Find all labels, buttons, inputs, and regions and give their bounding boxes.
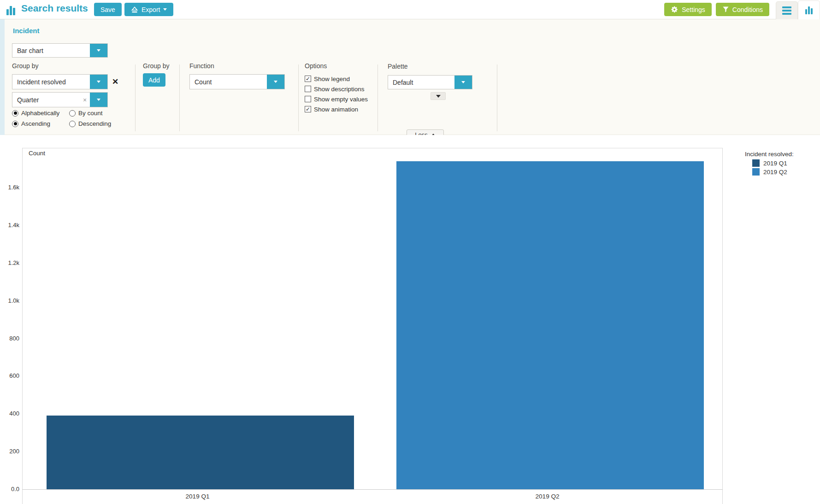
checkbox-show-animation[interactable]: ✓Show animation: [305, 104, 368, 114]
checkbox-label: Show empty values: [314, 96, 368, 103]
left-accent-strip: [0, 19, 5, 135]
chart-type-select[interactable]: Bar chart: [12, 43, 108, 58]
header-bar: Search results Save Export Settings: [0, 0, 820, 19]
radio-label: Descending: [78, 120, 111, 127]
remove-group-by-icon[interactable]: ✕: [112, 78, 118, 86]
hamburger-icon: [782, 6, 791, 15]
conditions-button[interactable]: Conditions: [716, 3, 769, 16]
function-label: Function: [189, 62, 214, 70]
chevron-down-icon: [436, 95, 441, 98]
chart-type-caret-button[interactable]: [90, 44, 107, 57]
checkbox-box[interactable]: [305, 86, 311, 92]
checkbox-show-descriptions[interactable]: Show descriptions: [305, 84, 368, 94]
group-by-field-caret-button[interactable]: [90, 75, 107, 89]
radio-label: Ascending: [21, 120, 50, 127]
report-config-panel: Incident Bar chart Group by Incident res…: [0, 19, 820, 135]
function-value: Count: [190, 78, 267, 86]
save-label: Save: [100, 6, 115, 13]
column-separator: [378, 64, 378, 131]
radio-dot[interactable]: [69, 121, 76, 127]
palette-value: Default: [388, 79, 454, 86]
chart-type-value: Bar chart: [12, 47, 90, 54]
save-button[interactable]: Save: [94, 3, 122, 16]
checkbox-show-empty-values[interactable]: Show empty values: [305, 94, 368, 104]
export-button[interactable]: Export: [124, 3, 173, 16]
legend-item-2019-q1[interactable]: 2019 Q1: [752, 159, 794, 167]
checkbox-label: Show legend: [314, 76, 350, 82]
tab-list-view[interactable]: [776, 1, 798, 19]
radio-by-count[interactable]: By count: [69, 110, 111, 117]
y-axis-tick-label: 1.2k: [1, 259, 19, 266]
group-by-field-select[interactable]: Incident resolved: [12, 74, 108, 89]
chevron-down-icon: [97, 99, 100, 101]
chevron-down-icon: [274, 81, 277, 83]
group-by-field-value: Incident resolved: [12, 78, 90, 86]
x-axis-label: 2019 Q2: [536, 493, 560, 500]
checkbox-box[interactable]: [305, 96, 311, 102]
radio-ascending[interactable]: Ascending: [12, 120, 69, 127]
clear-subfield-icon[interactable]: ×: [80, 96, 90, 104]
export-label: Export: [142, 6, 160, 13]
column-separator: [298, 64, 299, 131]
y-axis-tick-label: 400: [1, 410, 19, 417]
radio-descending[interactable]: Descending: [69, 120, 111, 127]
y-axis-tick-label: 1.4k: [1, 222, 19, 229]
group-by-add-label: Group by: [143, 62, 170, 70]
chart-bar-2019-q1[interactable]: [47, 416, 354, 489]
radio-label: By count: [78, 110, 103, 117]
y-axis-tick-label: 800: [1, 335, 19, 342]
column-separator: [179, 64, 180, 131]
sort-radio-group: AlphabeticallyBy countAscendingDescendin…: [12, 110, 111, 127]
options-checkbox-group: ✓Show legendShow descriptionsShow empty …: [305, 74, 368, 114]
column-separator: [135, 64, 136, 131]
legend-label: 2019 Q2: [763, 169, 787, 176]
add-group-by-button[interactable]: Add: [143, 73, 165, 87]
bar-chart-icon: [805, 6, 813, 14]
legend-item-2019-q2[interactable]: 2019 Q2: [752, 168, 794, 176]
function-select[interactable]: Count: [189, 74, 285, 89]
radio-alphabetically[interactable]: Alphabetically: [12, 110, 69, 117]
checkbox-show-legend[interactable]: ✓Show legend: [305, 74, 368, 84]
group-by-subfield-select[interactable]: Quarter ×: [12, 92, 108, 107]
legend-swatch: [752, 159, 760, 167]
group-by-subfield-value: Quarter: [12, 96, 80, 104]
export-eject-icon: [131, 6, 138, 13]
y-axis-tick-label: 1.0k: [1, 297, 19, 304]
chevron-down-icon: [97, 49, 100, 52]
chart-bar-2019-q2[interactable]: [396, 161, 704, 489]
x-axis-line: [22, 489, 723, 490]
group-by-subfield-caret-button[interactable]: [90, 93, 107, 107]
group-by-label: Group by: [12, 62, 39, 70]
radio-dot[interactable]: [12, 110, 18, 117]
options-label: Options: [305, 62, 327, 70]
add-label: Add: [148, 76, 160, 84]
settings-button[interactable]: Settings: [664, 3, 712, 16]
gear-icon: [671, 6, 678, 13]
y-axis-tick-label: 1.6k: [1, 184, 19, 191]
checkbox-box[interactable]: ✓: [305, 76, 311, 82]
palette-select[interactable]: Default: [388, 75, 472, 89]
legend-items: 2019 Q12019 Q2: [745, 159, 794, 176]
report-bar-chart-icon: [6, 4, 18, 15]
y-axis-tick-label: 200: [1, 448, 19, 455]
table-label: Incident: [13, 27, 40, 35]
page-title: Search results: [21, 3, 88, 14]
function-caret-button[interactable]: [267, 75, 284, 89]
radio-dot[interactable]: [12, 121, 18, 127]
checkbox-box[interactable]: ✓: [305, 106, 311, 112]
checkbox-label: Show animation: [314, 106, 358, 113]
palette-label: Palette: [388, 63, 408, 70]
radio-label: Alphabetically: [21, 110, 59, 117]
legend-title: Incident resolved:: [745, 151, 794, 158]
y-axis-tick-label: 0.0: [1, 486, 19, 492]
conditions-label: Conditions: [732, 6, 763, 13]
tab-chart-view[interactable]: [798, 0, 820, 19]
radio-dot[interactable]: [69, 110, 76, 117]
x-axis-label: 2019 Q1: [186, 493, 210, 500]
legend-swatch: [752, 168, 760, 176]
checkbox-label: Show descriptions: [314, 86, 365, 93]
legend-label: 2019 Q1: [763, 160, 787, 167]
palette-caret-button[interactable]: [454, 76, 472, 89]
palette-expand-button[interactable]: [431, 92, 446, 100]
chevron-down-icon: [97, 81, 100, 83]
